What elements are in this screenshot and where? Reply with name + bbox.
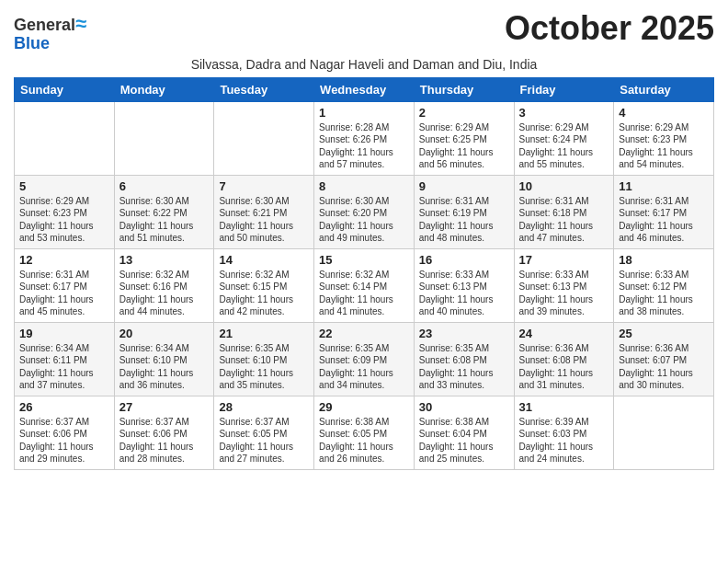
day-info: Sunrise: 6:28 AM Sunset: 6:26 PM Dayligh… (319, 121, 409, 171)
day-info: Sunrise: 6:33 AM Sunset: 6:12 PM Dayligh… (619, 269, 709, 318)
day-info: Sunrise: 6:36 AM Sunset: 6:07 PM Dayligh… (619, 342, 709, 392)
page-header: General≈ Blue October 2025 (14, 9, 714, 53)
day-number: 2 (419, 106, 509, 120)
calendar-cell (15, 101, 115, 175)
calendar-week-row: 5Sunrise: 6:29 AM Sunset: 6:23 PM Daylig… (15, 175, 714, 248)
calendar-cell: 24Sunrise: 6:36 AM Sunset: 6:08 PM Dayli… (514, 322, 614, 396)
day-info: Sunrise: 6:36 AM Sunset: 6:08 PM Dayligh… (519, 342, 609, 392)
calendar-cell: 28Sunrise: 6:37 AM Sunset: 6:05 PM Dayli… (214, 396, 314, 469)
day-number: 7 (219, 179, 309, 193)
day-number: 10 (519, 179, 609, 193)
day-info: Sunrise: 6:34 AM Sunset: 6:11 PM Dayligh… (19, 342, 109, 392)
calendar-week-row: 12Sunrise: 6:31 AM Sunset: 6:17 PM Dayli… (15, 248, 714, 322)
day-number: 9 (419, 179, 509, 193)
logo-general: General (14, 16, 75, 34)
day-number: 24 (519, 327, 609, 340)
day-number: 12 (19, 253, 109, 267)
day-info: Sunrise: 6:30 AM Sunset: 6:22 PM Dayligh… (119, 195, 210, 245)
calendar-cell (114, 101, 214, 175)
calendar-cell: 23Sunrise: 6:35 AM Sunset: 6:08 PM Dayli… (414, 322, 514, 396)
calendar-body: 1Sunrise: 6:28 AM Sunset: 6:26 PM Daylig… (15, 101, 714, 469)
day-info: Sunrise: 6:33 AM Sunset: 6:13 PM Dayligh… (519, 269, 609, 318)
calendar-cell: 21Sunrise: 6:35 AM Sunset: 6:10 PM Dayli… (214, 322, 314, 396)
calendar-table: SundayMondayTuesdayWednesdayThursdayFrid… (14, 77, 714, 470)
day-number: 26 (19, 400, 109, 414)
weekday-header-thursday: Thursday (414, 77, 514, 101)
calendar-week-row: 26Sunrise: 6:37 AM Sunset: 6:06 PM Dayli… (15, 396, 714, 469)
day-number: 27 (119, 400, 210, 414)
day-info: Sunrise: 6:29 AM Sunset: 6:24 PM Dayligh… (519, 121, 609, 171)
day-info: Sunrise: 6:31 AM Sunset: 6:18 PM Dayligh… (519, 195, 609, 245)
logo-blue: Blue (14, 35, 86, 53)
calendar-cell: 20Sunrise: 6:34 AM Sunset: 6:10 PM Dayli… (114, 322, 214, 396)
day-number: 29 (319, 400, 409, 414)
day-number: 18 (619, 253, 709, 267)
month-title: October 2025 (505, 9, 714, 48)
day-info: Sunrise: 6:35 AM Sunset: 6:10 PM Dayligh… (219, 342, 309, 392)
day-info: Sunrise: 6:35 AM Sunset: 6:08 PM Dayligh… (419, 342, 509, 392)
day-info: Sunrise: 6:34 AM Sunset: 6:10 PM Dayligh… (119, 342, 210, 392)
day-number: 14 (219, 253, 309, 267)
calendar-cell: 13Sunrise: 6:32 AM Sunset: 6:16 PM Dayli… (114, 248, 214, 322)
day-number: 20 (119, 327, 210, 340)
calendar-cell: 6Sunrise: 6:30 AM Sunset: 6:22 PM Daylig… (114, 175, 214, 248)
day-info: Sunrise: 6:30 AM Sunset: 6:21 PM Dayligh… (219, 195, 309, 245)
day-number: 3 (519, 106, 609, 120)
day-info: Sunrise: 6:38 AM Sunset: 6:04 PM Dayligh… (419, 416, 509, 465)
logo: General≈ Blue (14, 13, 86, 53)
calendar-cell: 30Sunrise: 6:38 AM Sunset: 6:04 PM Dayli… (414, 396, 514, 469)
day-number: 1 (319, 106, 409, 120)
day-number: 11 (619, 179, 709, 193)
day-number: 5 (19, 179, 109, 193)
day-info: Sunrise: 6:35 AM Sunset: 6:09 PM Dayligh… (319, 342, 409, 392)
calendar-cell: 7Sunrise: 6:30 AM Sunset: 6:21 PM Daylig… (214, 175, 314, 248)
calendar-cell: 19Sunrise: 6:34 AM Sunset: 6:11 PM Dayli… (15, 322, 115, 396)
calendar-cell: 10Sunrise: 6:31 AM Sunset: 6:18 PM Dayli… (514, 175, 614, 248)
day-info: Sunrise: 6:37 AM Sunset: 6:05 PM Dayligh… (219, 416, 309, 465)
day-info: Sunrise: 6:32 AM Sunset: 6:14 PM Dayligh… (319, 269, 409, 318)
weekday-header-wednesday: Wednesday (314, 77, 415, 101)
calendar-cell: 1Sunrise: 6:28 AM Sunset: 6:26 PM Daylig… (314, 101, 415, 175)
day-info: Sunrise: 6:29 AM Sunset: 6:23 PM Dayligh… (19, 195, 109, 245)
calendar-cell: 12Sunrise: 6:31 AM Sunset: 6:17 PM Dayli… (15, 248, 115, 322)
calendar-cell: 9Sunrise: 6:31 AM Sunset: 6:19 PM Daylig… (414, 175, 514, 248)
calendar-cell: 8Sunrise: 6:30 AM Sunset: 6:20 PM Daylig… (314, 175, 415, 248)
calendar-cell: 17Sunrise: 6:33 AM Sunset: 6:13 PM Dayli… (514, 248, 614, 322)
calendar-cell: 25Sunrise: 6:36 AM Sunset: 6:07 PM Dayli… (614, 322, 714, 396)
day-info: Sunrise: 6:32 AM Sunset: 6:16 PM Dayligh… (119, 269, 210, 318)
day-info: Sunrise: 6:39 AM Sunset: 6:03 PM Dayligh… (519, 416, 609, 465)
day-info: Sunrise: 6:31 AM Sunset: 6:17 PM Dayligh… (19, 269, 109, 318)
day-number: 25 (619, 327, 709, 340)
day-info: Sunrise: 6:29 AM Sunset: 6:23 PM Dayligh… (619, 121, 709, 171)
day-number: 30 (419, 400, 509, 414)
calendar-cell: 5Sunrise: 6:29 AM Sunset: 6:23 PM Daylig… (15, 175, 115, 248)
calendar-cell: 3Sunrise: 6:29 AM Sunset: 6:24 PM Daylig… (514, 101, 614, 175)
day-number: 16 (419, 253, 509, 267)
day-info: Sunrise: 6:31 AM Sunset: 6:17 PM Dayligh… (619, 195, 709, 245)
day-number: 4 (619, 106, 709, 120)
calendar-cell: 2Sunrise: 6:29 AM Sunset: 6:25 PM Daylig… (414, 101, 514, 175)
day-number: 15 (319, 253, 409, 267)
weekday-header-tuesday: Tuesday (214, 77, 314, 101)
calendar-cell: 18Sunrise: 6:33 AM Sunset: 6:12 PM Dayli… (614, 248, 714, 322)
day-info: Sunrise: 6:33 AM Sunset: 6:13 PM Dayligh… (419, 269, 509, 318)
calendar-cell: 15Sunrise: 6:32 AM Sunset: 6:14 PM Dayli… (314, 248, 415, 322)
weekday-header-row: SundayMondayTuesdayWednesdayThursdayFrid… (15, 77, 714, 101)
logo-wave-icon: ≈ (75, 12, 86, 35)
day-number: 8 (319, 179, 409, 193)
day-info: Sunrise: 6:37 AM Sunset: 6:06 PM Dayligh… (119, 416, 210, 465)
weekday-header-saturday: Saturday (614, 77, 714, 101)
calendar-week-row: 1Sunrise: 6:28 AM Sunset: 6:26 PM Daylig… (15, 101, 714, 175)
day-number: 17 (519, 253, 609, 267)
day-info: Sunrise: 6:32 AM Sunset: 6:15 PM Dayligh… (219, 269, 309, 318)
calendar-header: SundayMondayTuesdayWednesdayThursdayFrid… (15, 77, 714, 101)
calendar-cell: 29Sunrise: 6:38 AM Sunset: 6:05 PM Dayli… (314, 396, 415, 469)
day-info: Sunrise: 6:37 AM Sunset: 6:06 PM Dayligh… (19, 416, 109, 465)
calendar-cell (214, 101, 314, 175)
day-number: 31 (519, 400, 609, 414)
day-info: Sunrise: 6:38 AM Sunset: 6:05 PM Dayligh… (319, 416, 409, 465)
calendar-week-row: 19Sunrise: 6:34 AM Sunset: 6:11 PM Dayli… (15, 322, 714, 396)
day-info: Sunrise: 6:30 AM Sunset: 6:20 PM Dayligh… (319, 195, 409, 245)
weekday-header-monday: Monday (114, 77, 214, 101)
day-number: 13 (119, 253, 210, 267)
